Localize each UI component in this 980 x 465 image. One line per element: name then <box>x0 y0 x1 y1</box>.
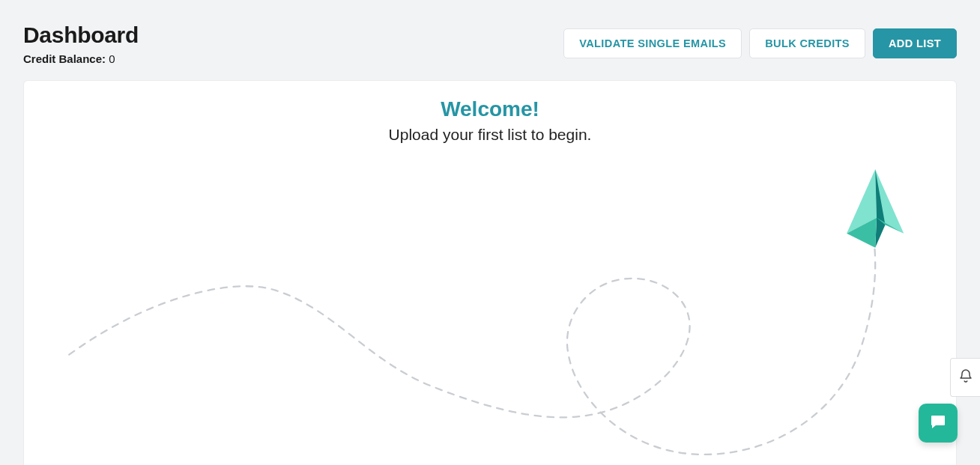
notifications-button[interactable] <box>950 358 980 397</box>
chat-icon <box>929 413 947 434</box>
empty-state-illustration <box>24 141 956 465</box>
title-block: Dashboard Credit Balance: 0 <box>23 22 139 65</box>
credit-balance: Credit Balance: 0 <box>23 52 139 65</box>
header-actions: VALIDATE SINGLE EMAILS BULK CREDITS ADD … <box>563 22 957 58</box>
bulk-credits-button[interactable]: BULK CREDITS <box>749 28 865 58</box>
credit-balance-value: 0 <box>109 52 115 65</box>
paper-plane-icon <box>847 169 904 248</box>
add-list-button[interactable]: ADD LIST <box>873 28 957 58</box>
flight-path <box>69 226 875 455</box>
page-title: Dashboard <box>23 22 139 48</box>
welcome-title: Welcome! <box>39 97 941 121</box>
credit-balance-label: Credit Balance: <box>23 52 106 65</box>
chat-button[interactable] <box>919 404 958 443</box>
welcome-card: Welcome! Upload your first list to begin… <box>23 80 957 465</box>
header-row: Dashboard Credit Balance: 0 VALIDATE SIN… <box>23 22 957 65</box>
validate-single-emails-button[interactable]: VALIDATE SINGLE EMAILS <box>563 28 742 58</box>
bell-icon <box>959 368 973 386</box>
